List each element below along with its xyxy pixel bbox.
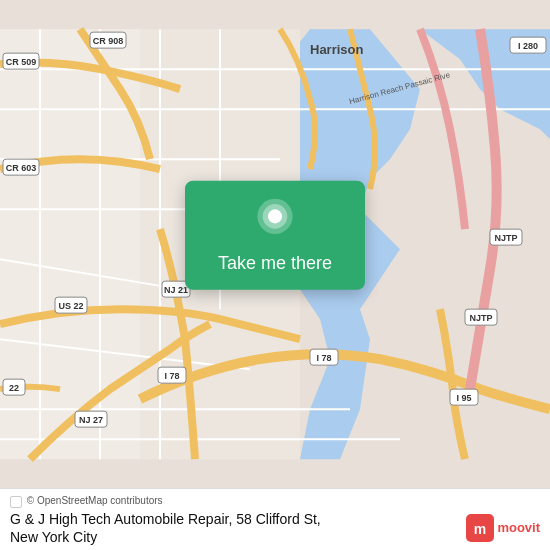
svg-text:CR 509: CR 509 (6, 57, 37, 67)
svg-text:Harrison: Harrison (310, 42, 364, 57)
svg-text:CR 908: CR 908 (93, 36, 124, 46)
map-container: CR 509 CR 908 CR 603 NJ 21 US 22 NJ 27 I… (0, 0, 550, 488)
svg-text:m: m (474, 521, 486, 537)
svg-text:I 280: I 280 (518, 41, 538, 51)
app: CR 509 CR 908 CR 603 NJ 21 US 22 NJ 27 I… (0, 0, 550, 550)
svg-text:US 22: US 22 (58, 301, 83, 311)
svg-text:CR 603: CR 603 (6, 163, 37, 173)
moovit-logo[interactable]: m moovit (466, 514, 540, 542)
cta-button-label: Take me there (218, 253, 332, 274)
svg-text:I 78: I 78 (164, 371, 179, 381)
business-name: G & J High Tech Automobile Repair, 58 Cl… (10, 510, 321, 546)
svg-text:I 78: I 78 (316, 353, 331, 363)
moovit-icon: m (466, 514, 494, 542)
svg-text:22: 22 (9, 383, 19, 393)
svg-text:NJTP: NJTP (494, 233, 517, 243)
map-attribution: © OpenStreetMap contributors (10, 495, 540, 507)
business-info: G & J High Tech Automobile Repair, 58 Cl… (10, 510, 540, 546)
cta-card[interactable]: Take me there (185, 181, 365, 290)
svg-text:NJ 27: NJ 27 (79, 415, 103, 425)
location-pin-icon (253, 199, 297, 243)
moovit-label: moovit (497, 520, 540, 535)
svg-text:I 95: I 95 (456, 393, 471, 403)
svg-point-47 (268, 209, 282, 223)
svg-text:NJ 21: NJ 21 (164, 285, 188, 295)
osm-icon (10, 496, 22, 508)
svg-text:NJTP: NJTP (469, 313, 492, 323)
footer: © OpenStreetMap contributors G & J High … (0, 488, 550, 550)
